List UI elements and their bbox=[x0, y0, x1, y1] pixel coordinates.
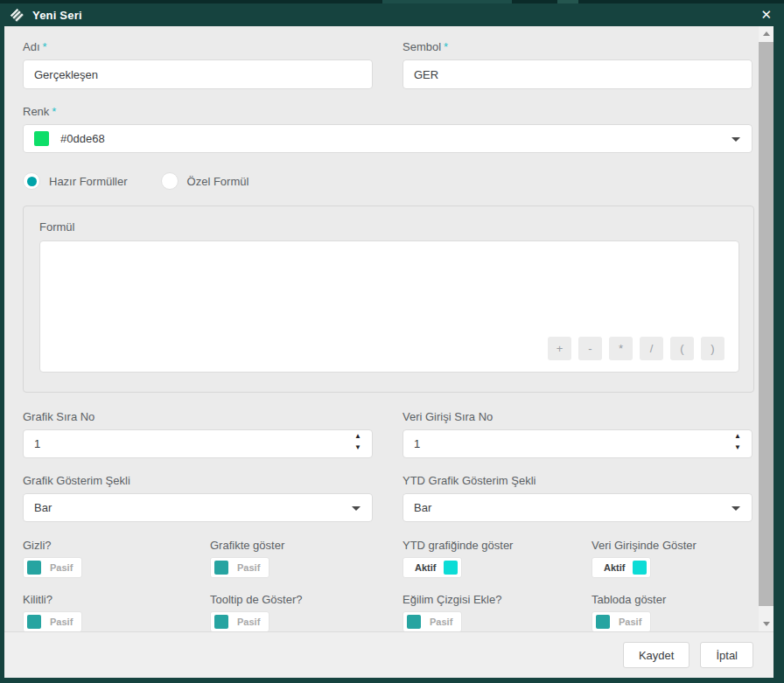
toggle-switch-kilitli[interactable]: Pasif bbox=[23, 611, 82, 631]
name-label-text: Adı bbox=[23, 40, 40, 53]
radio-unselected-icon[interactable] bbox=[161, 172, 178, 190]
close-icon[interactable]: ✕ bbox=[760, 8, 772, 22]
cancel-button[interactable]: İptal bbox=[700, 642, 753, 668]
scrollbar[interactable] bbox=[759, 26, 774, 631]
toggle-veri-girisinde-goster: Veri Girişinde Göster Aktif bbox=[592, 539, 759, 578]
radio-label: Özel Formül bbox=[187, 175, 249, 188]
formula-panel: Formül + - * / ( ) bbox=[23, 206, 754, 393]
toggle-ytd-grafiginde-goster: YTD grafiğinde göster Aktif bbox=[402, 539, 592, 578]
toggle-state-text: Pasif bbox=[619, 617, 641, 627]
toggle-switch-tabloda-goster[interactable]: Pasif bbox=[592, 611, 651, 631]
toggle-knob bbox=[407, 615, 421, 629]
name-label: Adı* bbox=[23, 40, 373, 53]
name-input[interactable]: Gerçekleşen bbox=[23, 59, 373, 89]
symbol-label-text: Sembol bbox=[402, 40, 441, 53]
toggle-state-text: Pasif bbox=[237, 617, 260, 627]
toggle-knob bbox=[633, 561, 647, 575]
symbol-label: Sembol* bbox=[402, 40, 752, 53]
toggle-tabloda-goster: Tabloda göster Pasif bbox=[592, 593, 759, 631]
chart-type-row: Grafik Gösterim Şekli Bar YTD Grafik Gös… bbox=[23, 474, 759, 522]
toggle-switch-ytd-grafiginde-goster[interactable]: Aktif bbox=[402, 557, 462, 578]
toggle-label: YTD grafiğinde göster bbox=[402, 539, 592, 552]
toggles-row-2: Kilitli? Pasif Tooltip de Göster? Pasif … bbox=[23, 593, 759, 631]
operator-open-paren-button[interactable]: ( bbox=[670, 337, 694, 360]
formula-textarea[interactable]: + - * / ( ) bbox=[39, 240, 739, 373]
toggle-switch-grafikte-goster[interactable]: Pasif bbox=[210, 557, 270, 578]
operator-plus-button[interactable]: + bbox=[548, 337, 571, 360]
radio-selected-icon[interactable] bbox=[23, 172, 40, 190]
stepper-arrows: ▲ ▼ bbox=[354, 433, 361, 451]
color-label: Renk* bbox=[23, 105, 759, 118]
chart-type-select[interactable]: Bar bbox=[23, 493, 373, 522]
toggle-knob bbox=[214, 615, 228, 629]
radio-ozel-formul[interactable]: Özel Formül bbox=[161, 172, 249, 190]
toggle-state-text: Aktif bbox=[604, 562, 625, 573]
ytd-chart-type-label: YTD Grafik Gösterim Şekli bbox=[402, 474, 752, 487]
stepper-down-icon[interactable]: ▼ bbox=[734, 444, 741, 451]
toggle-label: Eğilim Çizgisi Ekle? bbox=[402, 593, 592, 606]
chart-order-stepper[interactable]: 1 ▲ ▼ bbox=[23, 429, 373, 458]
formula-label: Formül bbox=[39, 220, 738, 233]
modal-title: Yeni Seri bbox=[32, 9, 82, 22]
toggle-egilim-cizgisi-ekle: Eğilim Çizgisi Ekle? Pasif bbox=[402, 593, 592, 631]
save-button[interactable]: Kaydet bbox=[623, 642, 690, 668]
color-select-value: #0dde68 bbox=[60, 132, 105, 145]
stepper-up-icon[interactable]: ▲ bbox=[734, 433, 741, 440]
toggle-kilitli: Kilitli? Pasif bbox=[23, 593, 210, 631]
toggle-state-text: Pasif bbox=[430, 617, 452, 627]
toggle-label: Grafikte göster bbox=[210, 539, 402, 552]
toggle-grafikte-goster: Grafikte göster Pasif bbox=[210, 539, 402, 578]
required-asterisk: * bbox=[444, 40, 448, 53]
toggle-switch-gizli[interactable]: Pasif bbox=[23, 557, 82, 578]
toggle-knob bbox=[27, 615, 41, 629]
toggle-label: Tabloda göster bbox=[592, 593, 759, 606]
operator-minus-button[interactable]: - bbox=[578, 337, 602, 360]
toggle-state-text: Aktif bbox=[415, 562, 436, 573]
name-input-value: Gerçekleşen bbox=[34, 68, 98, 81]
toggle-label: Kilitli? bbox=[23, 593, 210, 606]
toggle-state-text: Pasif bbox=[237, 562, 260, 573]
color-select[interactable]: #0dde68 bbox=[23, 124, 752, 153]
toggle-switch-tooltip-de-goster[interactable]: Pasif bbox=[210, 611, 270, 631]
name-symbol-row: Adı* Gerçekleşen Sembol* GER bbox=[23, 40, 759, 89]
entry-order-label: Veri Girişi Sıra No bbox=[402, 410, 752, 423]
series-diamond-icon bbox=[10, 8, 24, 22]
ytd-chart-type-select[interactable]: Bar bbox=[402, 493, 752, 522]
required-asterisk: * bbox=[43, 40, 47, 53]
chart-order-label: Grafik Sıra No bbox=[23, 410, 373, 423]
required-asterisk: * bbox=[52, 105, 56, 118]
chart-order-value: 1 bbox=[34, 437, 40, 450]
background-page bbox=[0, 0, 784, 3]
symbol-input[interactable]: GER bbox=[402, 59, 752, 89]
operator-close-paren-button[interactable]: ) bbox=[701, 337, 724, 360]
ytd-chart-type-value: Bar bbox=[414, 501, 431, 514]
operator-divide-button[interactable]: / bbox=[640, 337, 663, 360]
entry-order-stepper[interactable]: 1 ▲ ▼ bbox=[402, 429, 752, 458]
scroll-down-icon bbox=[763, 622, 770, 626]
scrollbar-thumb[interactable] bbox=[759, 42, 774, 606]
scroll-down-button[interactable] bbox=[759, 617, 774, 631]
chevron-down-icon bbox=[732, 137, 740, 142]
chevron-down-icon bbox=[732, 506, 740, 511]
toggle-label: Gizli? bbox=[23, 539, 210, 552]
stepper-up-icon[interactable]: ▲ bbox=[354, 433, 361, 440]
toggle-switch-veri-girisinde-goster[interactable]: Aktif bbox=[592, 557, 651, 578]
toggle-knob bbox=[444, 561, 458, 575]
radio-hazir-formuller[interactable]: Hazır Formüller bbox=[23, 172, 128, 190]
toggle-switch-egilim-cizgisi-ekle[interactable]: Pasif bbox=[402, 611, 462, 631]
scroll-up-button[interactable] bbox=[759, 26, 774, 41]
background-element bbox=[557, 0, 578, 3]
toggles-row-1: Gizli? Pasif Grafikte göster Pasif YTD g… bbox=[23, 539, 759, 578]
operator-multiply-button[interactable]: * bbox=[609, 337, 633, 360]
screen: Yeni Seri ✕ Adı* Gerçekleşen Sembol* GER… bbox=[0, 0, 784, 683]
entry-order-value: 1 bbox=[414, 437, 420, 450]
stepper-arrows: ▲ ▼ bbox=[734, 433, 741, 451]
toggle-knob bbox=[214, 561, 228, 575]
modal-footer: Kaydet İptal bbox=[4, 631, 774, 678]
toggle-tooltip-de-goster: Tooltip de Göster? Pasif bbox=[210, 593, 402, 631]
toggle-label: Tooltip de Göster? bbox=[210, 593, 402, 606]
toggle-label: Veri Girişinde Göster bbox=[592, 539, 759, 552]
formula-mode-radios: Hazır Formüller Özel Formül bbox=[23, 172, 759, 190]
stepper-down-icon[interactable]: ▼ bbox=[354, 444, 361, 451]
chart-type-value: Bar bbox=[34, 501, 52, 514]
